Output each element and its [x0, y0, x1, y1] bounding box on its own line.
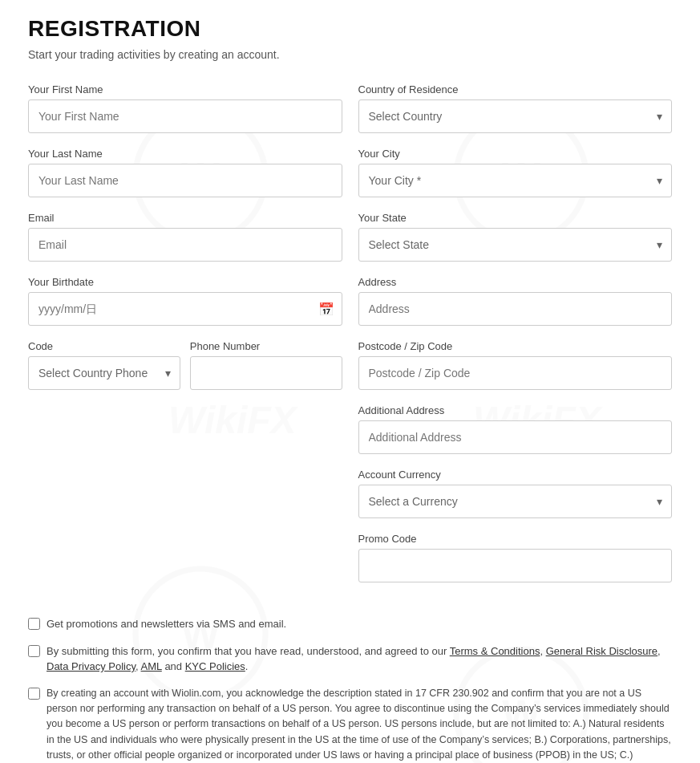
email-input[interactable] — [28, 228, 342, 262]
last-name-input[interactable] — [28, 164, 342, 197]
address-input[interactable] — [358, 292, 673, 326]
address-group: Address — [358, 276, 673, 326]
currency-select[interactable]: Select a Currency — [358, 485, 673, 518]
phone-input[interactable] — [190, 356, 342, 390]
promotions-checkbox[interactable] — [28, 618, 40, 630]
country-phone-select[interactable]: Select Country Phone — [28, 356, 180, 390]
kyc-link[interactable]: KYC Policies — [185, 660, 245, 672]
us-person-checkbox[interactable] — [28, 688, 40, 700]
page-title: REGISTRATION — [28, 16, 672, 42]
terms-checkbox-item: By submitting this form, you confirm tha… — [28, 643, 672, 675]
currency-label: Account Currency — [358, 469, 673, 481]
last-name-label: Your Last Name — [28, 148, 342, 160]
phone-row: Code Select Country Phone Phone Number — [28, 340, 342, 404]
us-person-checkbox-item: By creating an account with Wiolin.com, … — [28, 686, 672, 764]
checkboxes-section: Get promotions and newsletters via SMS a… — [28, 616, 672, 763]
city-label: Your City — [358, 148, 673, 160]
birthdate-label: Your Birthdate — [28, 276, 342, 288]
promo-input[interactable] — [358, 549, 673, 582]
additional-address-group: Additional Address — [358, 404, 673, 454]
birthdate-group: Your Birthdate — [28, 276, 342, 326]
promotions-label: Get promotions and newsletters via SMS a… — [47, 616, 286, 632]
promo-label: Promo Code — [358, 533, 673, 545]
page-subtitle: Start your trading activities by creatin… — [28, 48, 672, 61]
promotions-checkbox-item: Get promotions and newsletters via SMS a… — [28, 616, 672, 632]
postcode-group: Postcode / Zip Code — [358, 340, 673, 390]
birthdate-input[interactable] — [28, 292, 342, 326]
state-label: Your State — [358, 212, 673, 224]
additional-address-input[interactable] — [358, 420, 673, 454]
first-name-label: Your First Name — [28, 83, 342, 95]
us-person-text: By creating an account with Wiolin.com, … — [47, 686, 672, 764]
city-select[interactable]: Your City * — [358, 164, 673, 197]
data-privacy-link[interactable]: Data Privacy Policy — [47, 660, 136, 672]
terms-checkbox[interactable] — [28, 645, 40, 657]
terms-conditions-link[interactable]: Terms & Conditions — [450, 645, 540, 657]
additional-address-label: Additional Address — [358, 404, 673, 416]
city-group: Your City Your City * — [358, 148, 673, 197]
risk-disclosure-link[interactable]: General Risk Disclosure — [546, 645, 658, 657]
currency-group: Account Currency Select a Currency — [358, 469, 673, 518]
country-label: Country of Residence — [358, 83, 673, 95]
code-label: Code — [28, 340, 180, 352]
promo-group: Promo Code — [358, 533, 673, 582]
first-name-input[interactable] — [28, 99, 342, 133]
state-select[interactable]: Select State — [358, 228, 673, 262]
postcode-input[interactable] — [358, 356, 673, 390]
terms-text: By submitting this form, you confirm tha… — [47, 643, 661, 675]
phone-label: Phone Number — [190, 340, 342, 352]
email-label: Email — [28, 212, 342, 224]
country-select[interactable]: Select Country — [358, 99, 673, 133]
code-group: Code Select Country Phone — [28, 340, 180, 390]
address-label: Address — [358, 276, 673, 288]
last-name-group: Your Last Name — [28, 148, 342, 197]
postcode-label: Postcode / Zip Code — [358, 340, 673, 352]
email-group: Email — [28, 212, 342, 262]
first-name-group: Your First Name — [28, 83, 342, 133]
country-group: Country of Residence Select Country — [358, 83, 673, 133]
state-group: Your State Select State — [358, 212, 673, 262]
aml-link[interactable]: AML — [141, 660, 162, 672]
phone-number-group: Phone Number — [190, 340, 342, 390]
